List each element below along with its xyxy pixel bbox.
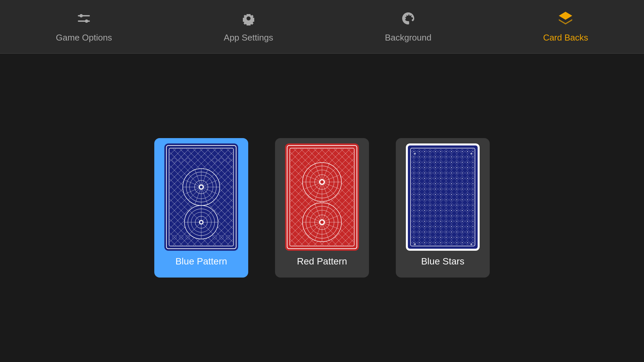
nav-label-background: Background [385, 33, 431, 43]
svg-point-14 [407, 14, 409, 16]
card-label-blue-stars: Blue Stars [421, 256, 464, 272]
card-option-red-pattern[interactable]: Red Pattern [275, 138, 369, 278]
nav-item-game-options[interactable]: Game Options [42, 7, 125, 46]
top-nav: Game Options App Settings Background [0, 0, 644, 54]
svg-text:✦: ✦ [413, 152, 417, 156]
main-content: Blue Pattern [0, 54, 644, 362]
palette-icon [400, 10, 416, 30]
nav-label-game-options: Game Options [56, 33, 112, 43]
card-back-blue-pattern [164, 143, 238, 251]
card-option-blue-pattern[interactable]: Blue Pattern [154, 138, 248, 278]
svg-text:✦: ✦ [470, 152, 473, 156]
nav-item-background[interactable]: Background [371, 7, 445, 46]
svg-point-10 [79, 14, 83, 17]
svg-point-36 [200, 186, 203, 188]
card-option-blue-stars[interactable]: ✦ ✦ ✦ ✦ Blue Stars [396, 138, 490, 278]
sliders-icon [76, 10, 92, 30]
card-container-blue-pattern: Blue Pattern [154, 138, 248, 278]
svg-marker-18 [559, 19, 572, 24]
svg-point-76 [320, 180, 324, 184]
card-container-red-pattern: Red Pattern [275, 138, 369, 278]
card-back-blue-stars: ✦ ✦ ✦ ✦ [406, 143, 480, 251]
svg-point-13 [405, 15, 407, 17]
svg-marker-17 [559, 12, 572, 20]
card-back-red-pattern [285, 143, 359, 251]
nav-label-app-settings: App Settings [224, 33, 273, 43]
svg-point-46 [200, 221, 203, 224]
card-container-blue-stars: ✦ ✦ ✦ ✦ Blue Stars [396, 138, 490, 278]
svg-point-16 [411, 15, 413, 17]
svg-point-12 [404, 17, 406, 19]
nav-label-card-backs: Card Backs [543, 33, 588, 43]
svg-text:✦: ✦ [470, 242, 473, 247]
svg-point-90 [320, 221, 324, 224]
svg-rect-95 [411, 149, 474, 245]
svg-point-15 [409, 14, 411, 16]
layers-icon [557, 10, 574, 30]
nav-item-card-backs[interactable]: Card Backs [530, 7, 601, 46]
card-label-red-pattern: Red Pattern [297, 256, 347, 272]
svg-point-11 [85, 19, 88, 23]
nav-item-app-settings[interactable]: App Settings [210, 7, 286, 46]
svg-text:✦: ✦ [413, 242, 417, 247]
card-label-blue-pattern: Blue Pattern [175, 256, 227, 272]
gear-icon [240, 10, 257, 30]
